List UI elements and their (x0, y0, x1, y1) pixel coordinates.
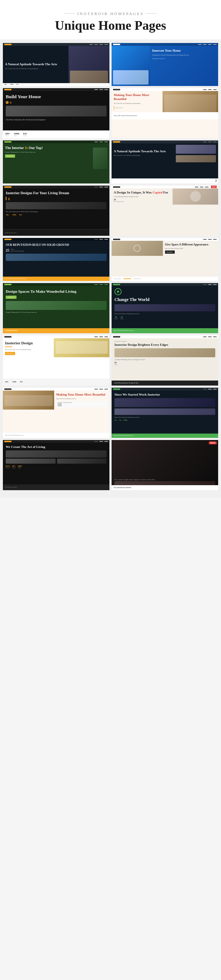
card15-subtext: Expert Advice and Quality Service (56, 398, 107, 399)
card14-heading: Inoterior Design Brighten Every Edges (114, 343, 215, 347)
homepage-grid: A Natural Aptitude Towards The Arts We C… (0, 40, 221, 497)
card18-heading: Successful Interior Solutions (114, 487, 131, 488)
card4-subtext: We Create The Art Of Stylish Living Styl… (114, 102, 160, 104)
card17-heading: We Create The Art of Living (6, 445, 107, 449)
preview-card-15[interactable]: Making Your Home More Beautiful Expert A… (3, 388, 109, 438)
card6-subtext: We Create The Art Of Stylish Living Styl… (114, 154, 175, 156)
preview-card-13[interactable]: Inoterior Design We Create The Art Of St… (3, 336, 109, 385)
card11-sofa-img (6, 301, 107, 310)
card14-subtext: Artfully Blending Interior Designs & Sty… (114, 359, 215, 361)
new-badge: NEW (209, 441, 217, 444)
card15-heading: Making Your Home More Beautiful (56, 393, 107, 397)
card5-heading: The Interior Is Our Top! (5, 145, 107, 150)
card9-heading: Our Reputation Built On Solid Ground (6, 243, 107, 247)
page-wrapper: INOTEROIR HOMEPAGES Unique Home Pages (0, 0, 221, 497)
card2-heading: Innovate Your Home (152, 49, 216, 53)
card16-heading: Since We Started Work Inoterior (114, 393, 215, 397)
header-title: Unique Home Pages (7, 18, 214, 33)
card3-subtext: The Best Solutions By Professional Desig… (6, 119, 107, 121)
card10-subtext: Since We Started Work In 1890 (165, 248, 216, 250)
card3-sofa-img (6, 106, 107, 116)
preview-card-17[interactable]: We Create The Art of Living 67% Designs … (3, 440, 109, 490)
card1-subtext: We Create The Art Of Stylish Living Styl… (5, 67, 66, 70)
preview-card-18[interactable]: NEW Our readers bought and be happiest i… (112, 440, 218, 490)
card10-heading: Give Space A Different Appearance. (165, 243, 216, 247)
card7-heading: Inoterior Designs For Your Living Dream (6, 191, 107, 195)
preview-card-14[interactable]: Inoterior Design Inoterior Design Bright… (112, 336, 218, 385)
card12-subtext: Since We Started Work Inoterior Is (114, 313, 215, 315)
card2-subtext: Unmatched Award Winning Interior Design … (152, 54, 216, 56)
preview-card-3[interactable]: Build Your House The Best Solutions By P… (3, 88, 109, 138)
card13-heading: Inoterior Design (5, 340, 52, 345)
card8-subtext: Artfully Blending Interior Designs & Sty… (114, 196, 170, 197)
card13-subtext: We Create The Art Of Stylish Room (5, 348, 52, 350)
preview-card-8[interactable]: NEW A Design So Unique, It Was Copied Fo… (112, 186, 218, 236)
header: INOTEROIR HOMEPAGES Unique Home Pages (0, 0, 221, 40)
card9-building-img (6, 254, 107, 261)
preview-card-9[interactable]: Our Reputation Built On Solid Ground 25 … (3, 238, 109, 281)
card4-heading: Making Your Home More Beautiful (114, 93, 160, 102)
preview-card-16[interactable]: Since We Started Work Inoterior Since We… (112, 388, 218, 438)
preview-card-5[interactable]: The Interior Is Our Top! Simple Minimali… (3, 140, 109, 183)
preview-card-2[interactable]: Innovate Your Home Unmatched Award Winni… (112, 43, 218, 86)
preview-card-4[interactable]: Making Your Home More Beautiful We Creat… (112, 88, 218, 138)
preview-card-1[interactable]: A Natural Aptitude Towards The Arts We C… (3, 43, 109, 86)
header-subtitle: INOTEROIR HOMEPAGES (7, 10, 214, 16)
preview-card-10[interactable]: Give Space A Different Appearance. Since… (112, 238, 218, 281)
card11-subtext: Simple Minimalist For Your Home Interior (6, 311, 107, 313)
card5-subtext: Simple Minimalist for Your Home Interior (5, 151, 107, 153)
card1-heading: A Natural Aptitude Towards The Arts (5, 62, 66, 67)
card11-heading: Design Spaces To Make Wonderful Living (6, 289, 107, 294)
card7-subtext: We Cast Impression With Interior Designi… (6, 211, 107, 213)
card6-heading: A Natural Aptitude Towards The Arts (114, 150, 175, 154)
preview-card-7[interactable]: Inoterior Designs For Your Living Dream … (3, 186, 109, 236)
card16-subtext: Since We Started Work Inoterior Is (114, 416, 215, 418)
preview-card-11[interactable]: Design Spaces To Make Wonderful Living R… (3, 283, 109, 333)
card3-heading: Build Your House (6, 94, 107, 100)
preview-card-12[interactable]: Change The World Since We Started Work I… (112, 283, 218, 333)
preview-card-6[interactable]: A Natural Aptitude Towards The Arts We C… (112, 140, 218, 183)
card8-heading: A Design So Unique, It Was Copied For (114, 191, 170, 195)
card12-heading: Change The World (114, 297, 215, 303)
